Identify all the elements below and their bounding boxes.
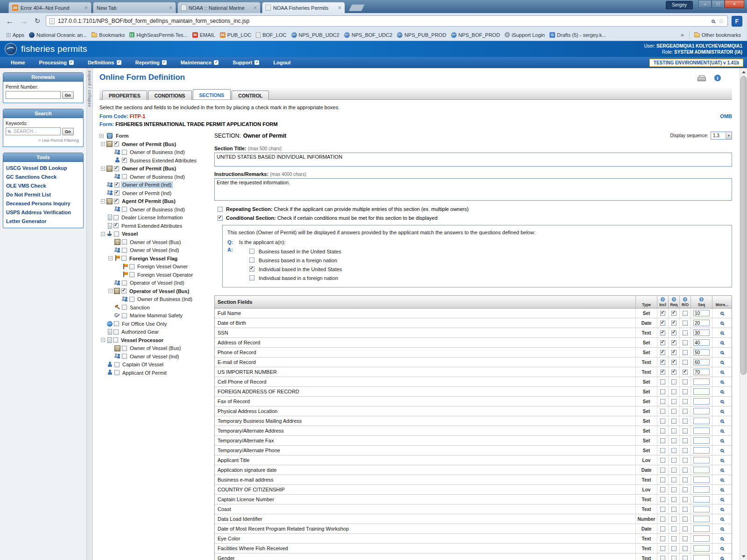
req-checkbox[interactable] [671,389,677,394]
seq-input[interactable] [693,369,710,375]
req-checkbox[interactable] [671,556,677,560]
tree-item-label[interactable]: Business Extended Attributes [129,158,197,163]
req-checkbox[interactable] [671,419,677,424]
seq-input[interactable] [693,457,710,463]
nav-menu-item[interactable]: Support ✓ [226,57,266,68]
tree-collapse-icon[interactable]: − [108,289,113,293]
tree-collapse-icon[interactable]: − [101,167,105,171]
sidebar-tool-link[interactable]: Deceased Persons Inquiry [4,199,82,208]
minimize-button[interactable]: – [698,0,712,8]
req-checkbox[interactable] [671,438,677,443]
tree-item-checkbox[interactable] [122,158,127,163]
section-page-tab[interactable]: SECTIONS [193,89,231,99]
seq-input[interactable] [693,359,710,365]
tree-item-label[interactable]: Operator of Vessel (Ind) [129,280,185,286]
bookmark-item[interactable]: M EMAIL [190,31,218,39]
bookmark-item[interactable]: NPS_PUB_UDC2 [289,31,342,39]
ro-checkbox[interactable] [683,536,688,541]
tree-item-checkbox[interactable] [114,321,119,326]
ro-checkbox[interactable] [683,497,688,502]
seq-input[interactable] [693,320,710,326]
tree-item-checkbox[interactable] [114,199,119,204]
tree-item-label[interactable]: Owner of Permit (Ind) [121,190,172,196]
seq-input[interactable] [693,349,710,356]
seq-input[interactable] [693,506,710,512]
seq-input[interactable] [693,467,710,473]
browser-profile-button[interactable]: Sergey [666,1,693,9]
tree-item-label[interactable]: Authorized Gear [120,329,160,335]
section-title-input[interactable]: UNITED STATES BASED INDIVIDUAL INFORMATI… [214,153,732,167]
tree-item-checkbox[interactable] [122,174,127,179]
tree-item-checkbox[interactable] [122,354,127,359]
display-sequence-select[interactable]: 1.3 ▼ [711,132,732,140]
tree-item-label[interactable]: Agent Of Permit (Bus) [121,198,176,204]
seq-input[interactable] [693,476,710,483]
tree-item-checkbox[interactable] [113,215,119,220]
tree-item[interactable]: − Vessel Processor [99,336,209,344]
page-scrollbar[interactable] [740,68,747,560]
req-checkbox[interactable] [671,428,677,434]
ro-checkbox[interactable] [683,389,688,394]
ro-checkbox[interactable] [683,330,688,336]
bookmarks-overflow-icon[interactable]: » [678,32,687,38]
omb-link[interactable]: OMB [720,113,732,119]
tree-collapse-icon[interactable]: − [108,256,113,260]
tree-item-label[interactable]: Owner of Business (Ind) [129,207,186,212]
seq-input[interactable] [693,378,710,385]
bookmark-item[interactable]: iSupport Login [502,31,547,39]
tree-collapse-icon[interactable]: − [101,199,105,203]
field-details-magnifier-icon[interactable] [720,469,724,472]
incl-checkbox[interactable] [660,536,665,541]
tree-root-collapse-icon[interactable]: − [99,134,104,138]
tree-item[interactable]: Captain Of Vessel [99,361,209,369]
repeating-section-checkbox[interactable] [218,207,223,212]
tree-item-label[interactable]: Owner of Vessel (Ind) [129,247,180,253]
tree-item[interactable]: Owner of Vessel (Bus) [99,344,209,353]
bookmark-item[interactable]: NPS_BOF_UDC2 [342,31,395,39]
tree-item[interactable]: Owner of Business (Ind) [99,295,209,304]
tree-item[interactable]: − Foreign Vessel Flag [99,254,209,263]
bookmark-star-icon[interactable]: ☆ [718,17,724,25]
incl-checkbox[interactable] [660,399,665,404]
incl-checkbox[interactable] [660,517,665,522]
tree-item-checkbox[interactable] [114,231,119,237]
tree-item-checkbox[interactable] [121,288,127,294]
tab-close-icon[interactable]: × [254,5,257,11]
tree-item-label[interactable]: Owner of Permit (Bus) [121,166,177,171]
seq-input[interactable] [693,310,710,316]
incl-checkbox[interactable] [660,311,665,316]
ro-checkbox[interactable] [683,311,688,316]
field-details-magnifier-icon[interactable] [720,527,724,531]
tree-item[interactable]: Owner of Permit (Ind) [99,181,209,189]
nav-menu-item[interactable]: Definitions ✓ [81,57,128,68]
apps-shortcut[interactable]: Apps [4,31,27,39]
tree-item-checkbox[interactable] [113,329,119,335]
tree-item-checkbox[interactable] [122,305,127,310]
seq-input[interactable] [693,427,710,434]
seq-input[interactable] [693,408,710,414]
incl-checkbox[interactable] [660,526,665,532]
ro-checkbox[interactable] [683,477,688,483]
incl-checkbox[interactable] [660,507,665,512]
tree-item[interactable]: Owner of Permit (Ind) [99,189,209,197]
instructions-input[interactable]: Enter the requested information. [214,178,732,201]
address-bar[interactable]: 127.0.0.1:7101/NPS_BOF/bof_form_def/nps_… [46,15,728,27]
tree-item[interactable]: − Vessel [99,230,209,238]
incl-checkbox[interactable] [660,340,665,345]
ro-checkbox[interactable] [683,507,688,512]
tree-item-checkbox[interactable] [129,264,134,269]
scrollbar-thumb[interactable] [740,76,747,375]
tree-item-label[interactable]: Captain Of Vessel [121,362,164,367]
field-details-magnifier-icon[interactable] [720,537,724,540]
info-icon[interactable]: i [714,75,721,81]
seq-input[interactable] [693,555,710,560]
bookmark-item[interactable]: BOF_LOC [254,31,289,39]
tree-item[interactable]: For Office Use Only [99,320,209,328]
tree-item-label[interactable]: Permit Extended Attributes [120,223,183,229]
incl-checkbox[interactable] [660,477,665,483]
tree-collapse-icon[interactable]: − [101,232,105,236]
incl-checkbox[interactable] [660,487,665,492]
answer-checkbox[interactable] [249,275,254,280]
req-checkbox[interactable] [671,350,677,355]
search-go-button[interactable]: Go [62,128,74,135]
